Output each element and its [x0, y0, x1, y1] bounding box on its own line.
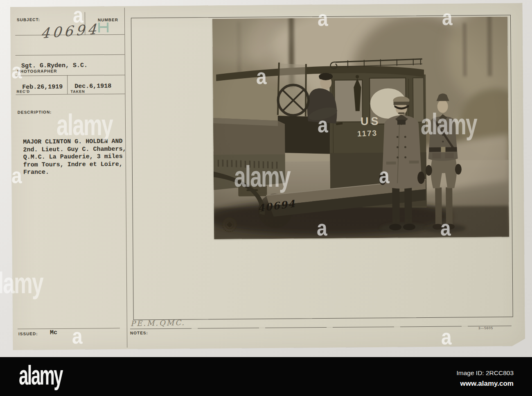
issued-line — [18, 328, 120, 329]
photographer-name: Sgt. G.Ryden, S.C. — [21, 62, 88, 69]
card-vertical-divider — [124, 8, 128, 348]
description-label: DESCRIPTION: — [18, 110, 52, 115]
subject-number-handwritten: 40694 — [40, 20, 99, 41]
description-line: 2nd. Lieut. Guy C. Chambers, — [23, 145, 133, 154]
description-line: from Tours, Indre et Loire, — [23, 161, 134, 169]
description-text: MAJOR CLINTON G. HOLDEN AND 2nd. Lieut. … — [23, 138, 134, 177]
taken-label: TAKEN — [70, 89, 85, 93]
dates-row-line — [16, 94, 125, 95]
photo-vignette — [212, 16, 509, 239]
description-line: MAJOR CLINTON G. HOLDEN AND — [23, 138, 133, 147]
number-stamp-icon — [98, 23, 108, 32]
subject-label: SUBJECT: — [17, 17, 40, 22]
alamy-footer-bar: alamy Image ID: 2RCC803 www.alamy.com — [0, 357, 532, 396]
recd-taken-divider — [67, 75, 68, 94]
historical-photograph: US 1173 40694 — [212, 16, 509, 239]
description-line: France. — [23, 168, 134, 177]
description-line: Q.M.C. La Pauderie, 3 miles — [23, 153, 134, 162]
form-number: 3—5605 — [478, 326, 493, 330]
alamy-url: www.alamy.com — [456, 380, 514, 388]
spare-row-line — [16, 54, 125, 56]
photo-illustration: US 1173 40694 — [212, 16, 509, 239]
notes-line — [130, 326, 512, 329]
issued-label: ISSUED: — [18, 331, 38, 336]
photographer-label: PHOTOGRAPHER — [17, 69, 57, 74]
recd-label: REC'D — [16, 90, 30, 94]
alamy-logo: alamy — [19, 360, 62, 391]
archive-index-card: SUBJECT: NUMBER 40694 Sgt. G.Ryden, S.C.… — [10, 3, 525, 350]
image-id: Image ID: 2RCC803 — [456, 369, 514, 377]
footer-info: Image ID: 2RCC803 www.alamy.com — [456, 369, 514, 388]
photographer-row-line — [16, 75, 125, 76]
alamy-stock-photo-page: SUBJECT: NUMBER 40694 Sgt. G.Ryden, S.C.… — [0, 0, 532, 396]
date-taken-value: Dec.6,1918 — [74, 83, 111, 90]
notes-label: NOTES: — [130, 330, 148, 335]
issued-value: Mc — [50, 329, 57, 336]
notes-handwritten: PE.M.QMC. — [131, 318, 186, 328]
number-label: NUMBER — [98, 18, 118, 22]
